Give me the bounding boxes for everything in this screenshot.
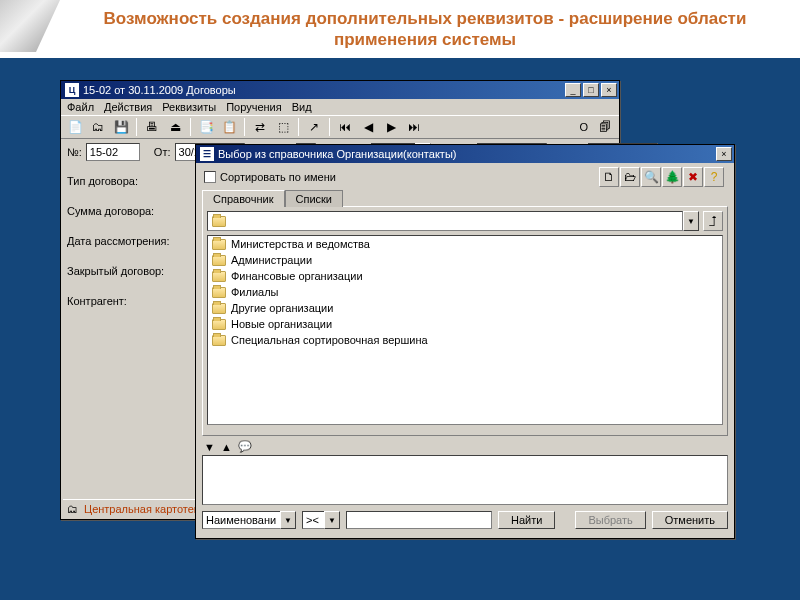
item-label: Другие организации [231,302,333,314]
dlg-tool-new[interactable]: 🗋 [599,167,619,187]
path-combo[interactable]: ▼ [207,211,699,231]
dlg-tool-del[interactable]: ✖ [683,167,703,187]
main-menubar: Файл Действия Реквизиты Поручения Вид [61,99,619,115]
toolbar-first[interactable]: ⏮ [335,117,355,137]
dialog-titlebar: ☰ Выбор из справочника Организации(конта… [196,145,734,163]
toolbar-btn-7[interactable]: 📋 [219,117,239,137]
dialog-toolbar: 🗋 🗁 🔍 🌲 ✖ ? [599,167,724,187]
folder-open-icon [212,216,226,227]
tab-reference[interactable]: Справочник [202,190,285,207]
dialog-body: Сортировать по имени 🗋 🗁 🔍 🌲 ✖ ? Справоч… [196,163,734,538]
toolbar-sep [190,118,191,136]
main-toolbar: 📄 🗂 💾 🖶 ⏏ 📑 📋 ⇄ ⬚ ↗ ⏮ ◀ ▶ ⏭ О 🗐 [61,115,619,139]
dlg-tool-tree[interactable]: 🌲 [662,167,682,187]
nav-down-icon[interactable]: ▼ [204,441,215,453]
list-item[interactable]: Филиалы [208,284,722,300]
toolbar-btn-4[interactable]: 🖶 [142,117,162,137]
tab-lists[interactable]: Списки [285,190,344,207]
toolbar-prev[interactable]: ◀ [358,117,378,137]
dialog-close-button[interactable]: × [716,147,732,161]
find-button[interactable]: Найти [498,511,555,529]
nav-up-icon[interactable]: ▲ [221,441,232,453]
list-item[interactable]: Министерства и ведомства [208,236,722,252]
no-label: №: [67,146,82,158]
dlg-tool-find[interactable]: 🔍 [641,167,661,187]
toolbar-btn-9[interactable]: ⬚ [273,117,293,137]
toolbar-btn-5[interactable]: ⏏ [165,117,185,137]
op-dropdown-icon[interactable]: ▼ [324,511,340,529]
up-folder-button[interactable]: ⮥ [703,211,723,231]
toolbar-btn-right[interactable]: 🗐 [595,117,615,137]
op-value[interactable] [302,511,324,529]
path-dropdown-icon[interactable]: ▼ [683,211,699,231]
list-item[interactable]: Новые организации [208,316,722,332]
folder-icon [212,335,226,346]
item-label: Администрации [231,254,312,266]
folder-icon [212,271,226,282]
folder-icon [212,255,226,266]
sort-checkbox[interactable] [204,171,216,183]
sort-label: Сортировать по имени [220,171,336,183]
list-item[interactable]: Специальная сортировочная вершина [208,332,722,348]
menu-actions[interactable]: Действия [104,101,152,113]
slide-corner-graphic [0,0,60,52]
field-combo-dropdown-icon[interactable]: ▼ [280,511,296,529]
nav-triangles: ▼ ▲ 💬 [204,440,726,453]
toolbar-sep [136,118,137,136]
select-button[interactable]: Выбрать [575,511,645,529]
main-titlebar: Ц 15-02 от 30.11.2009 Договоры _ □ × [61,81,619,99]
main-title-text: 15-02 от 30.11.2009 Договоры [83,84,563,96]
folder-icon [212,239,226,250]
toolbar-btn-2[interactable]: 🗂 [88,117,108,137]
org-listview[interactable]: Министерства и ведомства Администрации Ф… [207,235,723,425]
dialog-icon: ☰ [200,147,214,161]
app-icon: Ц [65,83,79,97]
menu-requisites[interactable]: Реквизиты [162,101,216,113]
toolbar-right-label: О [579,121,588,133]
toolbar-btn-8[interactable]: ⇄ [250,117,270,137]
cancel-button[interactable]: Отменить [652,511,728,529]
toolbar-sep [298,118,299,136]
toolbar-btn-1[interactable]: 📄 [65,117,85,137]
nav-note-icon[interactable]: 💬 [238,440,252,453]
list-item[interactable]: Другие организации [208,300,722,316]
field-combo-value[interactable] [202,511,280,529]
no-input[interactable] [86,143,140,161]
folder-icon [212,303,226,314]
menu-file[interactable]: Файл [67,101,94,113]
status-icon: 🗂 [67,503,78,515]
toolbar-btn-3[interactable]: 💾 [111,117,131,137]
toolbar-next[interactable]: ▶ [381,117,401,137]
item-label: Филиалы [231,286,279,298]
folder-icon [212,319,226,330]
toolbar-sep [244,118,245,136]
dlg-tool-open[interactable]: 🗁 [620,167,640,187]
item-label: Новые организации [231,318,332,330]
from-label: От: [154,146,171,158]
slide-title: Возможность создания дополнительных рекв… [70,8,780,51]
list-item[interactable]: Администрации [208,252,722,268]
status-text: Центральная картотека [84,503,205,515]
slide-header: Возможность создания дополнительных рекв… [0,0,800,58]
op-combo[interactable]: ▼ [302,511,340,529]
stage: Ц 15-02 от 30.11.2009 Договоры _ □ × Фай… [0,58,800,600]
minimize-button[interactable]: _ [565,83,581,97]
toolbar-btn-6[interactable]: 📑 [196,117,216,137]
label-contract-type: Тип договора: [67,175,185,187]
toolbar-last[interactable]: ⏭ [404,117,424,137]
close-button[interactable]: × [601,83,617,97]
toolbar-btn-10[interactable]: ↗ [304,117,324,137]
maximize-button[interactable]: □ [583,83,599,97]
menu-view[interactable]: Вид [292,101,312,113]
side-labels: Тип договора: Сумма договора: Дата рассм… [61,165,191,493]
label-contract-sum: Сумма договора: [67,205,185,217]
label-review-date: Дата рассмотрения: [67,235,185,247]
label-closed: Закрытый договор: [67,265,185,277]
field-combo[interactable]: ▼ [202,511,296,529]
list-item[interactable]: Финансовые организации [208,268,722,284]
search-input[interactable] [346,511,492,529]
notes-area[interactable] [202,455,728,505]
dlg-tool-help[interactable]: ? [704,167,724,187]
item-label: Финансовые организации [231,270,363,282]
menu-assignments[interactable]: Поручения [226,101,282,113]
